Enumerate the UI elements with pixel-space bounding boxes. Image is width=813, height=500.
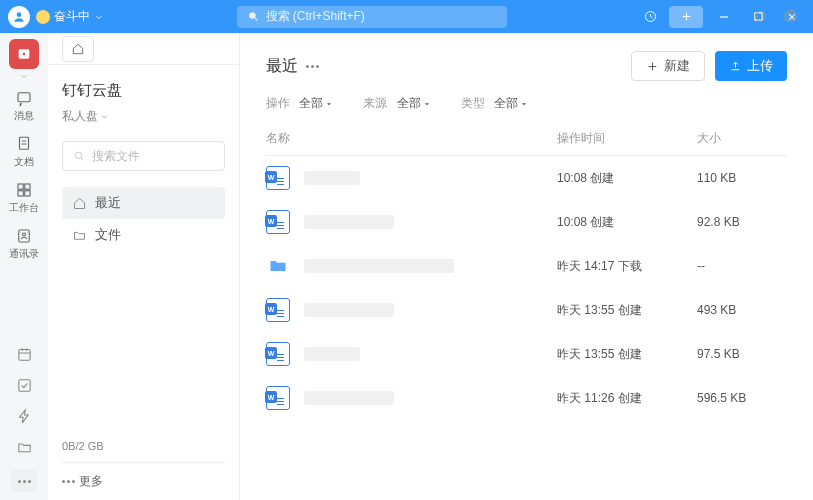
svg-rect-8 xyxy=(25,184,30,189)
more-icon[interactable] xyxy=(306,65,319,68)
folder-icon xyxy=(266,254,290,278)
history-button[interactable] xyxy=(639,6,661,28)
file-size: 493 KB xyxy=(697,303,787,317)
filters: 操作 全部 来源 全部 类型 全部 xyxy=(266,95,787,112)
chevron-down-icon xyxy=(94,12,104,22)
word-doc-icon: W xyxy=(266,210,290,234)
svg-point-12 xyxy=(23,233,26,236)
sidebar-item-messages[interactable]: 消息 xyxy=(0,89,48,123)
sidebar-item-label: 消息 xyxy=(14,110,34,121)
folder-icon[interactable] xyxy=(16,439,33,456)
app-sidebar: 消息 文档 工作台 通讯录 xyxy=(0,33,48,500)
file-size: 97.5 KB xyxy=(697,347,787,361)
file-time: 昨天 13:55 创建 xyxy=(557,302,697,319)
caret-down-icon xyxy=(325,100,333,108)
word-doc-icon: W xyxy=(266,342,290,366)
upload-button-label: 上传 xyxy=(747,57,773,75)
sidebar-item-workbench[interactable]: 工作台 xyxy=(0,181,48,215)
current-app-icon[interactable] xyxy=(9,39,39,69)
window-icon[interactable] xyxy=(782,9,797,28)
file-time: 昨天 14:17 下载 xyxy=(557,258,697,275)
word-doc-icon: W xyxy=(266,298,290,322)
file-time: 昨天 11:26 创建 xyxy=(557,390,697,407)
svg-rect-7 xyxy=(18,184,23,189)
svg-rect-5 xyxy=(18,93,30,102)
table-row[interactable]: W昨天 13:55 创建493 KB xyxy=(266,288,787,332)
file-name-redacted xyxy=(304,215,394,229)
file-name-redacted xyxy=(304,303,394,317)
emoji-icon xyxy=(36,10,50,24)
file-table: 名称 操作时间 大小 W10:08 创建110 KBW10:08 创建92.8 … xyxy=(266,122,787,420)
nav-recent-label: 最近 xyxy=(95,194,121,212)
nav-files-label: 文件 xyxy=(95,226,121,244)
file-name-redacted xyxy=(304,347,360,361)
sidebar-item-docs[interactable]: 文档 xyxy=(0,135,48,169)
new-button[interactable]: 新建 xyxy=(631,51,705,81)
file-size: 92.8 KB xyxy=(697,215,787,229)
table-row[interactable]: W10:08 创建92.8 KB xyxy=(266,200,787,244)
caret-down-icon xyxy=(423,100,431,108)
nav-recent[interactable]: 最近 xyxy=(62,187,225,219)
storage-text: 0B/2 GB xyxy=(62,440,225,452)
search-icon xyxy=(247,10,260,23)
chevron-down-icon[interactable] xyxy=(19,71,29,81)
cloud-panel: 钉钉云盘 私人盘 搜索文件 最近 文件 0B/2 GB xyxy=(48,33,240,500)
page-title: 钉钉云盘 xyxy=(62,81,225,100)
lightning-icon[interactable] xyxy=(16,408,33,425)
svg-point-15 xyxy=(75,152,82,159)
new-button-label: 新建 xyxy=(664,57,690,75)
sidebar-item-label: 工作台 xyxy=(9,202,39,213)
file-time: 10:08 创建 xyxy=(557,170,697,187)
refresh-icon[interactable] xyxy=(753,9,768,28)
home-tab[interactable] xyxy=(62,36,94,62)
more-link[interactable]: 更多 xyxy=(62,473,225,490)
search-placeholder: 搜索 (Ctrl+Shift+F) xyxy=(266,8,365,25)
content-area: 最近 新建 上传 操作 全部 来源 全部 xyxy=(240,33,813,500)
file-name-redacted xyxy=(304,259,454,273)
svg-point-1 xyxy=(249,12,256,19)
nav-files[interactable]: 文件 xyxy=(62,219,225,251)
svg-rect-6 xyxy=(20,137,29,149)
file-name-redacted xyxy=(304,391,394,405)
calendar-icon[interactable] xyxy=(16,346,33,363)
table-row[interactable]: W10:08 创建110 KB xyxy=(266,156,787,200)
filter-op[interactable]: 操作 全部 xyxy=(266,95,333,112)
caret-down-icon xyxy=(520,100,528,108)
upload-button[interactable]: 上传 xyxy=(715,51,787,81)
svg-rect-13 xyxy=(18,350,29,361)
section-title: 最近 xyxy=(266,56,319,77)
svg-point-4 xyxy=(23,53,26,56)
more-link-label: 更多 xyxy=(79,473,103,490)
table-row[interactable]: W昨天 11:26 创建596.5 KB xyxy=(266,376,787,420)
col-time: 操作时间 xyxy=(557,130,697,147)
svg-point-0 xyxy=(17,12,22,17)
filter-type[interactable]: 类型 全部 xyxy=(461,95,528,112)
more-icon[interactable] xyxy=(11,470,37,492)
sidebar-item-label: 文档 xyxy=(14,156,34,167)
file-search-placeholder: 搜索文件 xyxy=(92,148,140,165)
chevron-down-icon xyxy=(100,112,109,121)
svg-rect-10 xyxy=(25,191,30,196)
status-dropdown[interactable]: 奋斗中 xyxy=(36,8,104,25)
table-row[interactable]: W昨天 13:55 创建97.5 KB xyxy=(266,332,787,376)
file-search-input[interactable]: 搜索文件 xyxy=(62,141,225,171)
svg-rect-14 xyxy=(18,380,29,391)
word-doc-icon: W xyxy=(266,166,290,190)
sidebar-item-contacts[interactable]: 通讯录 xyxy=(0,227,48,261)
file-name-redacted xyxy=(304,171,360,185)
file-size: 110 KB xyxy=(697,171,787,185)
titlebar: 奋斗中 搜索 (Ctrl+Shift+F) xyxy=(0,0,813,33)
table-row[interactable]: 昨天 14:17 下载-- xyxy=(266,244,787,288)
search-icon xyxy=(73,150,86,163)
filter-source[interactable]: 来源 全部 xyxy=(363,95,430,112)
drive-selector[interactable]: 私人盘 xyxy=(62,108,109,125)
col-size: 大小 xyxy=(697,130,787,147)
minimize-button[interactable] xyxy=(711,6,737,28)
folder-icon xyxy=(72,228,87,243)
search-input[interactable]: 搜索 (Ctrl+Shift+F) xyxy=(237,6,507,28)
file-size: 596.5 KB xyxy=(697,391,787,405)
file-time: 昨天 13:55 创建 xyxy=(557,346,697,363)
avatar[interactable] xyxy=(8,6,30,28)
add-button[interactable] xyxy=(669,6,703,28)
checkbox-icon[interactable] xyxy=(16,377,33,394)
